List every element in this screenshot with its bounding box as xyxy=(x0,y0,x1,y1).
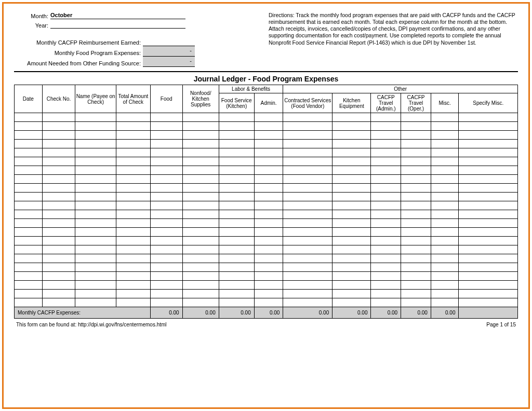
table-cell[interactable] xyxy=(150,148,182,157)
table-cell[interactable] xyxy=(254,140,283,148)
table-cell[interactable] xyxy=(219,148,254,157)
table-cell[interactable] xyxy=(254,166,283,175)
table-cell[interactable] xyxy=(332,157,371,166)
table-cell[interactable] xyxy=(459,148,518,157)
table-cell[interactable] xyxy=(42,245,75,254)
table-cell[interactable] xyxy=(401,157,431,166)
table-cell[interactable] xyxy=(254,254,283,263)
table-cell[interactable] xyxy=(401,113,431,122)
table-cell[interactable] xyxy=(15,210,43,219)
table-cell[interactable] xyxy=(254,122,283,131)
table-cell[interactable] xyxy=(150,245,182,254)
table-cell[interactable] xyxy=(459,140,518,148)
table-cell[interactable] xyxy=(371,210,401,219)
table-cell[interactable] xyxy=(371,113,401,122)
table-cell[interactable] xyxy=(75,290,116,298)
table-cell[interactable] xyxy=(75,237,116,245)
table-cell[interactable] xyxy=(219,245,254,254)
table-cell[interactable] xyxy=(182,148,219,157)
table-cell[interactable] xyxy=(15,263,43,272)
table-cell[interactable] xyxy=(332,166,371,175)
table-cell[interactable] xyxy=(219,254,254,263)
table-cell[interactable] xyxy=(42,148,75,157)
table-cell[interactable] xyxy=(371,201,401,210)
table-cell[interactable] xyxy=(182,131,219,140)
table-cell[interactable] xyxy=(283,131,332,140)
table-cell[interactable] xyxy=(401,175,431,184)
table-cell[interactable] xyxy=(371,228,401,237)
table-cell[interactable] xyxy=(182,122,219,131)
table-cell[interactable] xyxy=(116,175,150,184)
table-cell[interactable] xyxy=(15,193,43,201)
table-cell[interactable] xyxy=(431,157,459,166)
table-cell[interactable] xyxy=(150,219,182,228)
table-cell[interactable] xyxy=(75,210,116,219)
table-cell[interactable] xyxy=(182,175,219,184)
table-cell[interactable] xyxy=(150,140,182,148)
table-cell[interactable] xyxy=(150,175,182,184)
table-cell[interactable] xyxy=(116,281,150,290)
table-cell[interactable] xyxy=(401,272,431,281)
table-cell[interactable] xyxy=(371,219,401,228)
table-cell[interactable] xyxy=(42,122,75,131)
table-cell[interactable] xyxy=(116,148,150,157)
table-cell[interactable] xyxy=(75,175,116,184)
table-cell[interactable] xyxy=(150,254,182,263)
table-cell[interactable] xyxy=(254,131,283,140)
table-cell[interactable] xyxy=(371,298,401,307)
table-cell[interactable] xyxy=(401,166,431,175)
table-cell[interactable] xyxy=(431,166,459,175)
table-cell[interactable] xyxy=(182,245,219,254)
table-cell[interactable] xyxy=(42,219,75,228)
table-cell[interactable] xyxy=(219,122,254,131)
table-cell[interactable] xyxy=(459,272,518,281)
table-cell[interactable] xyxy=(431,281,459,290)
table-cell[interactable] xyxy=(401,245,431,254)
table-cell[interactable] xyxy=(431,219,459,228)
table-cell[interactable] xyxy=(401,201,431,210)
table-cell[interactable] xyxy=(182,290,219,298)
table-cell[interactable] xyxy=(116,272,150,281)
table-cell[interactable] xyxy=(401,237,431,245)
table-cell[interactable] xyxy=(75,148,116,157)
table-cell[interactable] xyxy=(431,298,459,307)
table-cell[interactable] xyxy=(15,131,43,140)
table-cell[interactable] xyxy=(75,219,116,228)
table-cell[interactable] xyxy=(15,166,43,175)
table-cell[interactable] xyxy=(219,113,254,122)
table-cell[interactable] xyxy=(15,140,43,148)
table-cell[interactable] xyxy=(254,175,283,184)
table-cell[interactable] xyxy=(42,113,75,122)
table-cell[interactable] xyxy=(219,184,254,193)
table-cell[interactable] xyxy=(431,131,459,140)
table-cell[interactable] xyxy=(219,281,254,290)
table-cell[interactable] xyxy=(116,290,150,298)
table-cell[interactable] xyxy=(150,290,182,298)
table-cell[interactable] xyxy=(283,157,332,166)
table-cell[interactable] xyxy=(401,140,431,148)
table-cell[interactable] xyxy=(283,272,332,281)
table-cell[interactable] xyxy=(371,281,401,290)
table-cell[interactable] xyxy=(15,184,43,193)
table-cell[interactable] xyxy=(459,210,518,219)
table-cell[interactable] xyxy=(116,245,150,254)
table-cell[interactable] xyxy=(116,237,150,245)
table-cell[interactable] xyxy=(459,131,518,140)
table-cell[interactable] xyxy=(182,263,219,272)
table-cell[interactable] xyxy=(75,193,116,201)
table-cell[interactable] xyxy=(401,219,431,228)
table-cell[interactable] xyxy=(254,298,283,307)
table-cell[interactable] xyxy=(459,113,518,122)
table-cell[interactable] xyxy=(182,254,219,263)
table-cell[interactable] xyxy=(15,219,43,228)
table-cell[interactable] xyxy=(182,281,219,290)
table-cell[interactable] xyxy=(431,263,459,272)
table-cell[interactable] xyxy=(459,245,518,254)
table-cell[interactable] xyxy=(150,272,182,281)
table-cell[interactable] xyxy=(219,175,254,184)
table-cell[interactable] xyxy=(42,272,75,281)
table-cell[interactable] xyxy=(182,298,219,307)
table-cell[interactable] xyxy=(75,131,116,140)
table-cell[interactable] xyxy=(332,131,371,140)
table-cell[interactable] xyxy=(332,254,371,263)
